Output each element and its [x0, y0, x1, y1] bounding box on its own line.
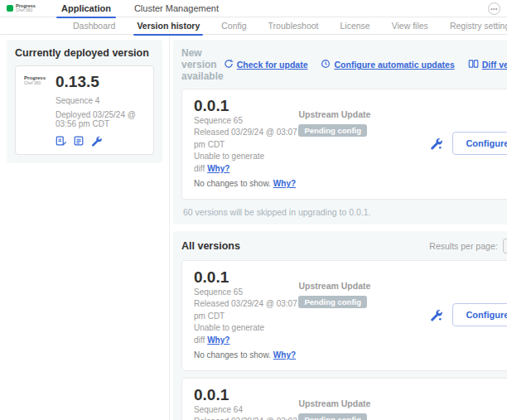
app-logo: Progress Chef 360	[24, 74, 49, 147]
diff-versions-link[interactable]: Diff versions	[468, 59, 507, 70]
version-sequence: Sequence 65	[194, 115, 298, 128]
configure-button[interactable]: Configure	[452, 132, 507, 155]
status-badge: Pending config	[298, 296, 367, 308]
changes-why-link[interactable]: Why?	[273, 350, 296, 360]
check-for-update-link[interactable]: Check for update	[224, 59, 308, 70]
preflight-checks-icon[interactable]	[73, 135, 84, 147]
nav-version-history[interactable]: Version history	[137, 17, 200, 35]
all-versions-list: 0.0.1 Sequence 65 Released 03/29/24 @ 03…	[181, 260, 507, 420]
deployed-date: Deployed 03/25/24 @ 03:56 pm CDT	[56, 110, 145, 128]
nav-config[interactable]: Config	[221, 17, 246, 35]
all-versions-section: All versions Results per page: 20 0.0.1 …	[173, 231, 507, 420]
version-source-label: Upstream Update	[298, 281, 429, 291]
deployed-version-number: 0.13.5	[56, 74, 145, 91]
version-changes-note: No changes to show.Why?	[194, 350, 298, 362]
version-released: Released 03/29/24 @ 03:07 pm CDT	[194, 298, 298, 322]
nav-troubleshoot[interactable]: Troubleshoot	[268, 17, 319, 35]
sidebar: Currently deployed version Progress Chef…	[0, 35, 170, 420]
version-source-label: Upstream Update	[298, 398, 429, 408]
changes-why-link[interactable]: Why?	[273, 179, 296, 188]
clock-icon	[321, 59, 331, 70]
edit-config-icon[interactable]	[90, 135, 102, 147]
diff-why-link[interactable]: Why?	[207, 164, 229, 173]
deployed-version-card: Progress Chef 360 0.13.5 Sequence 4 Depl…	[15, 65, 154, 155]
currently-deployed-heading: Currently deployed version	[15, 47, 154, 59]
tab-application[interactable]: Application	[50, 0, 123, 17]
version-number: 0.0.1	[194, 268, 298, 287]
ellipsis-icon: •••	[490, 6, 498, 12]
results-per-page-select[interactable]: 20	[503, 239, 507, 253]
refresh-icon	[224, 59, 234, 70]
version-row: 0.0.1 Sequence 64 Released 03/29/24 @ 03…	[181, 378, 507, 420]
status-badge: Pending config	[298, 124, 367, 137]
nav-dashboard[interactable]: Dashboard	[73, 17, 115, 35]
version-sequence: Sequence 64	[194, 404, 298, 417]
new-version-card-slot: 0.0.1 Sequence 65 Released 03/29/24 @ 03…	[181, 89, 507, 200]
version-changes-note: No changes to show.Why?	[194, 178, 298, 191]
diff-why-link[interactable]: Why?	[207, 336, 229, 345]
version-diff-note: Unable to generate diffWhy?	[194, 151, 298, 175]
version-source-label: Upstream Update	[298, 109, 429, 119]
app-logo: Progress Chef 360	[7, 3, 50, 13]
currently-deployed-panel: Currently deployed version Progress Chef…	[7, 40, 162, 163]
overflow-menu-button[interactable]: •••	[488, 2, 500, 15]
configure-automatic-updates-link[interactable]: Configure automatic updates	[321, 59, 454, 70]
tab-cluster-management[interactable]: Cluster Management	[123, 0, 230, 17]
nav-view-files[interactable]: View files	[392, 17, 428, 35]
version-released: Released 03/29/24 @ 03:03 pm CDT	[194, 416, 298, 420]
version-sequence: Sequence 65	[194, 287, 298, 299]
new-version-heading: New version available	[181, 47, 224, 82]
results-per-page-label: Results per page:	[429, 241, 497, 251]
topbar: Progress Chef 360 Application Cluster Ma…	[0, 0, 507, 17]
edit-config-icon[interactable]	[429, 308, 442, 321]
deployed-sequence: Sequence 4	[56, 96, 145, 105]
release-notes-icon[interactable]	[56, 135, 67, 147]
new-version-section: New version available Check for update	[173, 40, 507, 224]
version-row: 0.0.1 Sequence 65 Released 03/29/24 @ 03…	[181, 260, 507, 371]
skipped-versions-note: 60 versions will be skipped in upgrading…	[181, 207, 507, 217]
configure-button[interactable]: Configure	[452, 303, 507, 326]
version-number: 0.0.1	[194, 386, 298, 404]
all-versions-heading: All versions	[181, 240, 240, 252]
status-badge: Pending config	[298, 413, 367, 420]
version-released: Released 03/29/24 @ 03:07 pm CDT	[194, 127, 298, 151]
version-row: 0.0.1 Sequence 65 Released 03/29/24 @ 03…	[181, 89, 507, 200]
version-number: 0.0.1	[194, 97, 298, 115]
diff-icon	[468, 59, 479, 70]
version-diff-note: Unable to generate diffWhy?	[194, 322, 298, 346]
logo-line2: Chef 360	[16, 8, 36, 13]
nav-registry-settings[interactable]: Registry settings	[450, 17, 507, 35]
edit-config-icon[interactable]	[429, 137, 442, 150]
version-history-content: New version available Check for update	[170, 35, 507, 420]
nav-license[interactable]: License	[340, 17, 370, 35]
brand-logo-icon	[7, 5, 13, 12]
app-nav: Dashboard Version history Config Trouble…	[0, 17, 507, 35]
